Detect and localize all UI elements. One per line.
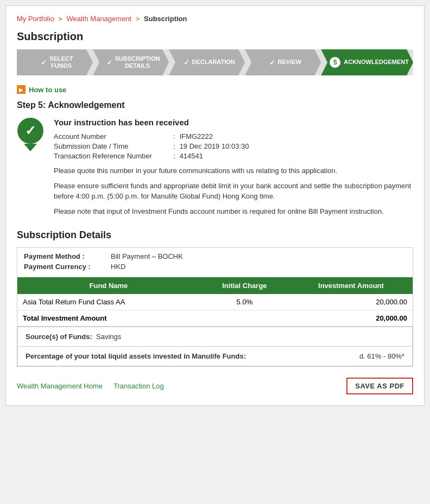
- ack-title: Your instruction has been received: [54, 118, 413, 127]
- ack-row-account: Account Number : IFMG2222: [54, 132, 413, 141]
- ack-account-label: Account Number: [54, 132, 173, 141]
- table-row: Asia Total Return Fund Class AA 5.0% 20,…: [17, 294, 413, 310]
- page-container: My Portfolio > Wealth Management > Subsc…: [5, 5, 425, 406]
- td-investment-amount: 20,000.00: [289, 294, 413, 310]
- ack-submission-value: 19 Dec 2019 10:03:30: [180, 142, 249, 150]
- how-to-use-link[interactable]: How to use: [29, 86, 66, 94]
- footer-links: Wealth Management Home Transaction Log S…: [17, 378, 413, 394]
- pin-tail: [24, 144, 37, 151]
- step-4-check-icon: ✓: [269, 59, 275, 67]
- how-to-use-icon: ▶: [17, 85, 26, 94]
- step-4: ✓ REVIEW: [245, 49, 321, 75]
- pin-circle: ✓: [17, 118, 43, 144]
- sub-meta-payment-currency-row: Payment Currency : HKD: [24, 263, 406, 271]
- td-total-label: Total Investment Amount: [17, 310, 200, 327]
- percentage-label: Percentage of your total liquid assets i…: [26, 352, 246, 360]
- breadcrumb-wealth-management[interactable]: Wealth Management: [66, 15, 131, 23]
- how-to-use: ▶ How to use: [17, 85, 413, 94]
- breadcrumb-current: Subscription: [144, 15, 187, 23]
- step-1-label: SELECTFUNDS: [49, 55, 73, 69]
- step-3: ✓ DECLARATION: [169, 49, 245, 75]
- ack-note-2: Please ensure sufficient funds and appro…: [54, 181, 413, 202]
- transaction-log-link[interactable]: Transaction Log: [113, 382, 164, 390]
- sub-details-box: Payment Method : Bill Payment – BOCHK Pa…: [17, 247, 413, 367]
- percentage-value: d. 61% - 80%*: [359, 352, 404, 360]
- percentage-box: Percentage of your total liquid assets i…: [17, 347, 413, 366]
- breadcrumb-sep-2: >: [136, 15, 142, 23]
- source-funds-label: Source(s) of Funds:: [26, 333, 92, 341]
- step-heading: Step 5: Acknowledgement: [17, 100, 413, 110]
- pin-check-icon: ✓: [25, 123, 36, 138]
- step-5-label: ACKNOWLEDGEMENT: [344, 59, 409, 66]
- step-2: ✓ SUBSCRIPTIONDETAILS: [93, 49, 169, 75]
- ack-txn-ref-label: Transaction Reference Number: [54, 152, 173, 160]
- step-3-check-icon: ✓: [184, 59, 189, 67]
- td-total-amount: 20,000.00: [289, 310, 413, 327]
- steps-bar: ✓ SELECTFUNDS ✓ SUBSCRIPTIONDETAILS ✓ DE…: [17, 49, 413, 75]
- ack-row-txn-ref: Transaction Reference Number : 414541: [54, 152, 413, 160]
- step-4-label: REVIEW: [278, 59, 301, 66]
- percentage-label-container: Percentage of your total liquid assets i…: [26, 352, 349, 360]
- sub-meta: Payment Method : Bill Payment – BOCHK Pa…: [17, 248, 413, 277]
- td-fund-name: Asia Total Return Fund Class AA: [17, 294, 200, 310]
- sub-meta-payment-method-row: Payment Method : Bill Payment – BOCHK: [24, 252, 406, 260]
- step-2-check-icon: ✓: [106, 59, 112, 67]
- sub-meta-payment-method-label: Payment Method :: [24, 252, 111, 260]
- ack-txn-ref-colon: :: [173, 152, 175, 160]
- source-funds-box: Source(s) of Funds: Savings: [17, 327, 413, 347]
- ack-note-1: Please quote this number in your future …: [54, 165, 413, 176]
- percentage-value-container: d. 61% - 80%*: [359, 352, 404, 360]
- breadcrumb-my-portfolio[interactable]: My Portfolio: [17, 15, 54, 23]
- footer-left-links: Wealth Management Home Transaction Log: [17, 382, 164, 390]
- sub-meta-payment-method-value: Bill Payment – BOCHK: [111, 252, 183, 260]
- step-3-label: DECLARATION: [192, 59, 235, 66]
- acknowledgement-block: ✓ Your instruction has been received Acc…: [17, 118, 413, 221]
- td-initial-charge: 5.0%: [200, 294, 289, 310]
- save-pdf-button[interactable]: SAVE AS PDF: [346, 378, 413, 394]
- sub-meta-payment-currency-value: HKD: [111, 263, 125, 271]
- table-total-row: Total Investment Amount 20,000.00: [17, 310, 413, 327]
- sub-details-title: Subscription Details: [17, 229, 413, 241]
- page-title: Subscription: [17, 30, 413, 43]
- breadcrumb-sep-1: >: [58, 15, 64, 23]
- wealth-management-home-link[interactable]: Wealth Management Home: [17, 382, 103, 390]
- table-header-row: Fund Name Initial Charge Investment Amou…: [17, 277, 413, 294]
- ack-account-colon: :: [173, 132, 175, 141]
- step-5-number: 5: [330, 57, 340, 68]
- th-initial-charge: Initial Charge: [200, 277, 289, 294]
- ack-submission-colon: :: [173, 142, 175, 150]
- ack-txn-ref-value: 414541: [180, 152, 203, 160]
- td-total-empty: [200, 310, 289, 327]
- ack-account-value: IFMG2222: [180, 132, 213, 141]
- ack-content: Your instruction has been received Accou…: [54, 118, 413, 221]
- pin-icon: ✓: [17, 118, 43, 149]
- ack-note-3: Please note that input of Investment Fun…: [54, 206, 413, 217]
- step-1: ✓ SELECTFUNDS: [17, 49, 93, 75]
- ack-details: Account Number : IFMG2222 Submission Dat…: [54, 132, 413, 160]
- step-2-label: SUBSCRIPTIONDETAILS: [115, 55, 160, 69]
- th-investment-amount: Investment Amount: [289, 277, 413, 294]
- ack-submission-label: Submission Date / Time: [54, 142, 173, 150]
- ack-row-submission: Submission Date / Time : 19 Dec 2019 10:…: [54, 142, 413, 150]
- source-funds-value-text: Savings: [96, 333, 121, 341]
- th-fund-name: Fund Name: [17, 277, 200, 294]
- breadcrumb: My Portfolio > Wealth Management > Subsc…: [17, 15, 413, 23]
- subscription-table: Fund Name Initial Charge Investment Amou…: [17, 277, 413, 327]
- step-1-check-icon: ✓: [41, 59, 47, 67]
- ack-icon-container: ✓: [17, 118, 44, 150]
- sub-meta-payment-currency-label: Payment Currency :: [24, 263, 111, 271]
- step-5: 5 ACKNOWLEDGEMENT: [321, 49, 413, 75]
